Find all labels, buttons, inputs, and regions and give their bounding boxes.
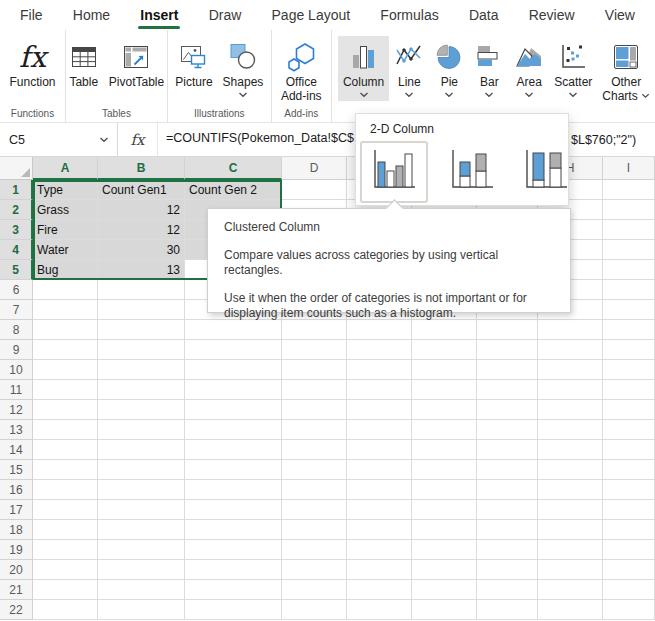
cell-F14[interactable] [412,440,477,460]
cell-A22[interactable] [33,600,98,620]
hundred-percent-stacked-column-thumbnail[interactable] [516,144,576,200]
cell-D15[interactable] [282,460,347,480]
tab-insert[interactable]: Insert [138,2,180,29]
row-header-17[interactable]: 17 [0,500,33,520]
cell-H21[interactable] [538,580,603,600]
cell-C9[interactable] [185,340,282,360]
cell-D12[interactable] [282,400,347,420]
cell-D10[interactable] [282,360,347,380]
cell-H19[interactable] [538,540,603,560]
pie-chart-button[interactable]: Pie [429,36,469,101]
cell-E15[interactable] [347,460,412,480]
cell-A10[interactable] [33,360,98,380]
cell-B6[interactable] [98,280,185,300]
column-chart-button[interactable]: Column [338,36,389,101]
row-header-12[interactable]: 12 [0,400,33,420]
cell-H9[interactable] [538,340,603,360]
tab-draw[interactable]: Draw [207,2,244,29]
cell-G21[interactable] [477,580,538,600]
cell-H10[interactable] [538,360,603,380]
cell-I18[interactable] [603,520,655,540]
cell-G22[interactable] [477,600,538,620]
cell-D13[interactable] [282,420,347,440]
cell-A12[interactable] [33,400,98,420]
tab-page-layout[interactable]: Page Layout [270,2,353,29]
cell-D1[interactable] [282,180,347,200]
cell-G17[interactable] [477,500,538,520]
cell-F15[interactable] [412,460,477,480]
cell-A6[interactable] [33,280,98,300]
cell-E21[interactable] [347,580,412,600]
cell-G20[interactable] [477,560,538,580]
cell-A1[interactable]: Type [33,180,98,200]
cell-I6[interactable] [603,280,655,300]
cell-D8[interactable] [282,320,347,340]
cell-E12[interactable] [347,400,412,420]
cell-B7[interactable] [98,300,185,320]
row-header-1[interactable]: 1 [0,180,33,200]
cell-B4[interactable]: 30 [98,240,185,260]
cell-F22[interactable] [412,600,477,620]
cell-G12[interactable] [477,400,538,420]
row-header-19[interactable]: 19 [0,540,33,560]
cell-F19[interactable] [412,540,477,560]
cell-I20[interactable] [603,560,655,580]
cell-A5[interactable]: Bug [33,260,98,280]
cell-C1[interactable]: Count Gen 2 [185,180,282,200]
cell-D9[interactable] [282,340,347,360]
cell-B20[interactable] [98,560,185,580]
cell-B22[interactable] [98,600,185,620]
tab-data[interactable]: Data [467,2,501,29]
cell-F16[interactable] [412,480,477,500]
cell-F9[interactable] [412,340,477,360]
cell-B14[interactable] [98,440,185,460]
cell-A14[interactable] [33,440,98,460]
cell-A13[interactable] [33,420,98,440]
cell-C17[interactable] [185,500,282,520]
cell-A3[interactable]: Fire [33,220,98,240]
column-header-C[interactable]: C [185,157,282,180]
cell-C13[interactable] [185,420,282,440]
stacked-column-thumbnail[interactable] [442,144,502,200]
row-header-3[interactable]: 3 [0,220,33,240]
cell-E19[interactable] [347,540,412,560]
cell-G19[interactable] [477,540,538,560]
cell-I13[interactable] [603,420,655,440]
row-header-18[interactable]: 18 [0,520,33,540]
cell-E13[interactable] [347,420,412,440]
cell-E14[interactable] [347,440,412,460]
cell-F10[interactable] [412,360,477,380]
insert-function-button[interactable]: fx [118,123,158,156]
cell-D11[interactable] [282,380,347,400]
cell-A8[interactable] [33,320,98,340]
cell-I19[interactable] [603,540,655,560]
column-header-B[interactable]: B [98,157,185,180]
column-header-A[interactable]: A [33,157,98,180]
cell-H14[interactable] [538,440,603,460]
cell-B10[interactable] [98,360,185,380]
tab-review[interactable]: Review [527,2,577,29]
cell-E22[interactable] [347,600,412,620]
cell-G10[interactable] [477,360,538,380]
row-header-16[interactable]: 16 [0,480,33,500]
cell-H8[interactable] [538,320,603,340]
cell-B5[interactable]: 13 [98,260,185,280]
cell-F18[interactable] [412,520,477,540]
row-header-8[interactable]: 8 [0,320,33,340]
cell-A11[interactable] [33,380,98,400]
tab-file[interactable]: File [18,2,45,29]
row-header-9[interactable]: 9 [0,340,33,360]
cell-F17[interactable] [412,500,477,520]
cell-I15[interactable] [603,460,655,480]
cell-D22[interactable] [282,600,347,620]
cell-F21[interactable] [412,580,477,600]
cell-I3[interactable] [603,220,655,240]
cell-G9[interactable] [477,340,538,360]
column-header-D[interactable]: D [282,157,347,180]
cell-B8[interactable] [98,320,185,340]
cell-D17[interactable] [282,500,347,520]
cell-I4[interactable] [603,240,655,260]
cell-A9[interactable] [33,340,98,360]
cell-A7[interactable] [33,300,98,320]
cell-H16[interactable] [538,480,603,500]
